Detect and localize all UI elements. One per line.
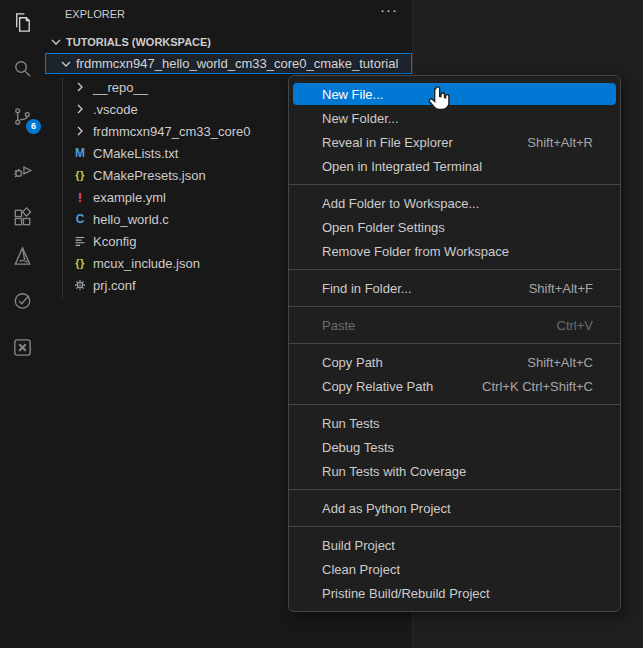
activity-explorer-button[interactable]: [0, 2, 45, 42]
menu-item-label: Reveal in File Explorer: [322, 135, 453, 150]
menu-item-label: Copy Path: [322, 355, 383, 370]
activity-extensions-button[interactable]: [0, 197, 45, 237]
tree-item-label: frdmmcxn947_cm33_core0: [93, 124, 251, 139]
menu-item-shortcut: Shift+Alt+R: [527, 135, 593, 150]
menu-section: New File... New Folder... Reveal in File…: [289, 76, 620, 184]
menu-item-copy-relative-path[interactable]: Copy Relative Path Ctrl+K Ctrl+Shift+C: [293, 375, 616, 397]
tree-item-label: mcux_include.json: [93, 256, 200, 271]
menu-section: Copy Path Shift+Alt+C Copy Relative Path…: [289, 343, 620, 404]
cmake-icon: [11, 245, 34, 268]
menu-item-label: New Folder...: [322, 111, 399, 126]
menu-section: Add as Python Project: [289, 489, 620, 526]
menu-item-shortcut: Shift+Alt+F: [529, 281, 593, 296]
tree-item-label: hello_world.c: [93, 212, 169, 227]
menu-item-reveal-in-file-explorer[interactable]: Reveal in File Explorer Shift+Alt+R: [293, 131, 616, 153]
chevron-right-icon: [72, 101, 88, 117]
menu-item-label: New File...: [322, 87, 383, 102]
tree-item-label: example.yml: [93, 190, 166, 205]
menu-item-debug-tests[interactable]: Debug Tests: [293, 436, 616, 458]
menu-item-label: Add Folder to Workspace...: [322, 196, 479, 211]
menu-item-clean-project[interactable]: Clean Project: [293, 558, 616, 580]
menu-item-label: Open Folder Settings: [322, 220, 445, 235]
chevron-down-icon: [58, 56, 74, 72]
list-file-icon: [72, 234, 88, 248]
menu-item-label: Find in Folder...: [322, 281, 412, 296]
explorer-title: EXPLORER: [65, 8, 125, 20]
chevron-right-icon: [72, 79, 88, 95]
menu-item-open-folder-settings[interactable]: Open Folder Settings: [293, 216, 616, 238]
menu-item-new-file[interactable]: New File...: [293, 83, 616, 105]
menu-section: Find in Folder... Shift+Alt+F: [289, 269, 620, 306]
yaml-file-icon: !: [72, 190, 88, 205]
activity-run-debug-button[interactable]: [0, 150, 45, 190]
menu-item-label: Debug Tests: [322, 440, 394, 455]
menu-item-run-tests[interactable]: Run Tests: [293, 412, 616, 434]
menu-item-label: Pristine Build/Rebuild Project: [322, 586, 490, 601]
menu-item-copy-path[interactable]: Copy Path Shift+Alt+C: [293, 351, 616, 373]
json-file-icon: {}: [72, 257, 88, 269]
test-check-icon: [11, 289, 34, 312]
search-icon: [11, 57, 34, 80]
menu-item-new-folder[interactable]: New Folder...: [293, 107, 616, 129]
menu-item-shortcut: Ctrl+V: [557, 318, 593, 333]
menu-section: Paste Ctrl+V: [289, 306, 620, 343]
workspace-root-item[interactable]: TUTORIALS (WORKSPACE): [45, 31, 412, 53]
activity-test-button[interactable]: [0, 280, 45, 320]
indent-guide: [62, 78, 63, 298]
extensions-icon: [11, 206, 34, 229]
context-menu: New File... New Folder... Reveal in File…: [288, 75, 621, 612]
menu-item-add-as-python-project[interactable]: Add as Python Project: [293, 497, 616, 519]
chevron-right-icon: [72, 123, 88, 139]
selected-folder-item[interactable]: frdmmcxn947_hello_world_cm33_core0_cmake…: [45, 53, 412, 74]
selected-folder-label: frdmmcxn947_hello_world_cm33_core0_cmake…: [76, 56, 398, 71]
menu-item-add-folder-to-workspace[interactable]: Add Folder to Workspace...: [293, 192, 616, 214]
menu-item-open-in-integrated-terminal[interactable]: Open in Integrated Terminal: [293, 155, 616, 177]
menu-item-label: Paste: [322, 318, 355, 333]
chevron-down-icon: [48, 34, 64, 50]
activity-source-control-button[interactable]: 6: [0, 96, 45, 136]
tree-item-label: Kconfig: [93, 234, 136, 249]
tree-item-label: .vscode: [93, 102, 138, 117]
menu-item-label: Build Project: [322, 538, 395, 553]
activity-mcuxpresso-button[interactable]: [0, 327, 45, 367]
menu-item-label: Open in Integrated Terminal: [322, 159, 482, 174]
json-file-icon: {}: [72, 169, 88, 181]
menu-item-run-tests-with-coverage[interactable]: Run Tests with Coverage: [293, 460, 616, 482]
activity-search-button[interactable]: [0, 48, 45, 88]
menu-item-shortcut: Shift+Alt+C: [527, 355, 593, 370]
tree-item-label: CMakeLists.txt: [93, 146, 178, 161]
menu-item-label: Clean Project: [322, 562, 400, 577]
tree-item-label: CMakePresets.json: [93, 168, 206, 183]
menu-item-label: Run Tests with Coverage: [322, 464, 466, 479]
menu-item-label: Remove Folder from Workspace: [322, 244, 509, 259]
menu-section: Add Folder to Workspace... Open Folder S…: [289, 184, 620, 269]
menu-section: Run Tests Debug Tests Run Tests with Cov…: [289, 404, 620, 489]
activity-bar: 6: [0, 0, 45, 648]
tree-item-label: __repo__: [93, 80, 148, 95]
workspace-label: TUTORIALS (WORKSPACE): [66, 36, 211, 48]
menu-item-label: Copy Relative Path: [322, 379, 433, 394]
menu-item-pristine-build-rebuild-project[interactable]: Pristine Build/Rebuild Project: [293, 582, 616, 604]
menu-item-paste: Paste Ctrl+V: [293, 314, 616, 336]
menu-item-find-in-folder[interactable]: Find in Folder... Shift+Alt+F: [293, 277, 616, 299]
tree-item-label: prj.conf: [93, 278, 136, 293]
menu-item-label: Add as Python Project: [322, 501, 451, 516]
source-control-badge: 6: [26, 119, 41, 134]
more-actions-button[interactable]: ···: [380, 1, 398, 18]
files-icon: [11, 11, 34, 34]
menu-section: Build Project Clean Project Pristine Bui…: [289, 526, 620, 611]
run-debug-icon: [11, 159, 34, 182]
cmake-file-icon: M: [72, 146, 88, 160]
menu-item-remove-folder-from-workspace[interactable]: Remove Folder from Workspace: [293, 240, 616, 262]
gear-file-icon: [72, 278, 88, 292]
activity-cmake-button[interactable]: [0, 236, 45, 276]
c-file-icon: C: [72, 212, 88, 226]
x-extension-icon: [11, 336, 34, 359]
menu-item-label: Run Tests: [322, 416, 380, 431]
menu-item-shortcut: Ctrl+K Ctrl+Shift+C: [482, 379, 593, 394]
menu-item-build-project[interactable]: Build Project: [293, 534, 616, 556]
